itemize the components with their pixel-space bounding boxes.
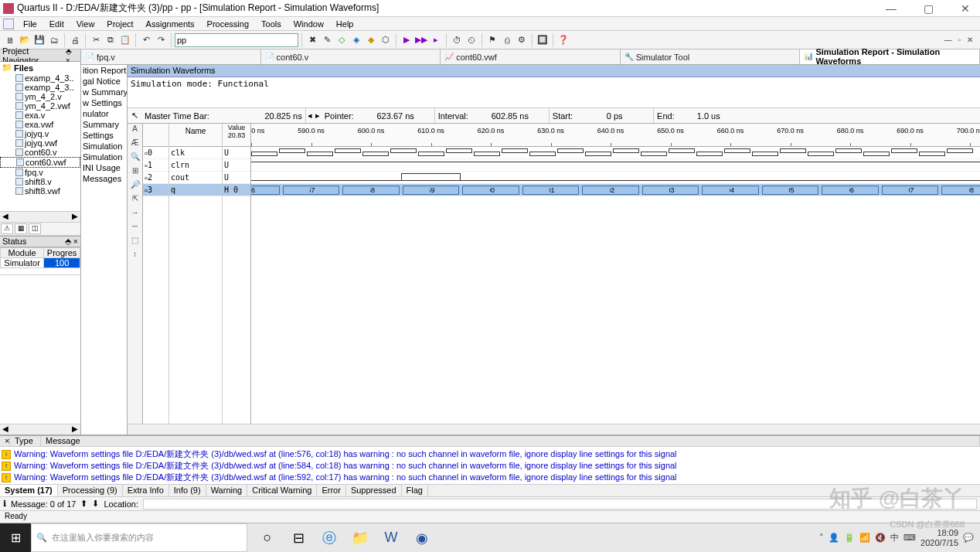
file-tree[interactable]: 📁Files examp_4_3..examp_4_3..ym_4_2.vym_… xyxy=(0,62,80,211)
menu-view[interactable]: View xyxy=(70,19,101,29)
menu-edit[interactable]: Edit xyxy=(43,19,70,29)
cut-icon[interactable]: ✂ xyxy=(89,33,103,47)
print2-icon[interactable]: ⎙ xyxy=(500,33,514,47)
menu-file[interactable]: File xyxy=(17,19,43,29)
tray-volume-icon[interactable]: 🔇 xyxy=(875,533,886,543)
nav-tab-1[interactable]: ⚠ xyxy=(1,223,13,234)
tray-ime-icon[interactable]: 中 xyxy=(890,532,899,543)
cortana-icon[interactable]: ○ xyxy=(254,526,281,550)
system-tray[interactable]: ˄ 👤 🔋 📶 🔇 中 ⌨ 18:092020/7/15 💬 xyxy=(813,528,980,547)
wave-tool-expand-icon[interactable]: → xyxy=(128,208,142,220)
report-item[interactable]: ition Report xyxy=(81,65,127,76)
message-line[interactable]: !Warning: Waveform settings file D:/EDA/… xyxy=(2,472,978,483)
undo-icon[interactable]: ↶ xyxy=(139,33,153,47)
paste-icon[interactable]: 📋 xyxy=(118,33,132,47)
tray-battery-icon[interactable]: 🔋 xyxy=(844,533,855,543)
document-tab[interactable]: 🔧Simulator Tool xyxy=(621,49,801,64)
waveform-canvas[interactable]: 580.0 ns590.0 ns600.0 ns610.0 ns620.0 ns… xyxy=(251,124,980,424)
step-icon[interactable]: ▸ xyxy=(429,33,443,47)
panel-pin-icon[interactable]: ⬘ xyxy=(66,47,72,56)
step-right-icon[interactable]: ▸ xyxy=(314,111,322,121)
edge-icon[interactable]: ⓔ xyxy=(315,526,343,550)
signal-name[interactable]: clk xyxy=(169,147,222,159)
message-tab[interactable]: Flag xyxy=(402,485,428,496)
new-icon[interactable]: 🗎 xyxy=(3,33,17,47)
left-hscroll[interactable]: ◀▶ xyxy=(0,424,80,434)
msg-down-icon[interactable]: ⬇ xyxy=(92,499,99,509)
signal-index[interactable]: ▫1 xyxy=(143,159,168,172)
cursor-icon[interactable]: ↖ xyxy=(128,111,141,121)
doc-restore-button[interactable]: ▫ xyxy=(955,36,963,44)
doc-close-button[interactable]: ✕ xyxy=(965,36,975,44)
tool-icon-2[interactable]: ✎ xyxy=(320,33,334,47)
gear-icon[interactable]: ⚙ xyxy=(515,33,529,47)
signal-name[interactable]: cout xyxy=(169,172,222,184)
report-item[interactable]: nulator xyxy=(81,108,127,119)
signal-name[interactable]: q xyxy=(169,184,222,196)
file-node[interactable]: jojyq.vwf xyxy=(0,138,80,148)
report-item[interactable]: Summary xyxy=(81,119,127,130)
maximize-button[interactable]: ▢ xyxy=(917,2,940,15)
wave-tool-zoom-icon[interactable]: Æ xyxy=(128,138,142,151)
taskbar-search[interactable]: 🔍 在这里输入你要搜索的内容 xyxy=(31,523,247,552)
file-node[interactable]: cont60.v xyxy=(0,148,80,157)
document-tab[interactable]: 📄cont60.v xyxy=(261,49,441,64)
report-item[interactable]: Simulation xyxy=(81,141,127,152)
close-button[interactable]: ✕ xyxy=(954,2,977,15)
menu-window[interactable]: Window xyxy=(288,19,330,29)
save-icon[interactable]: 💾 xyxy=(32,33,46,47)
run2-icon[interactable]: ▶▶ xyxy=(414,33,428,47)
report-item[interactable]: Messages xyxy=(81,173,127,184)
board-icon[interactable]: 🔲 xyxy=(536,33,550,47)
message-tab[interactable]: Critical Warning xyxy=(247,485,317,496)
file-node[interactable]: shift8.vwf xyxy=(0,186,80,196)
menu-assignments[interactable]: Assignments xyxy=(140,19,201,29)
copy-icon[interactable]: ⧉ xyxy=(104,33,117,47)
tree-hscroll[interactable]: ◀▶ xyxy=(0,211,80,222)
report-item[interactable]: Simulation xyxy=(81,152,127,162)
message-tab[interactable]: Error xyxy=(317,485,345,496)
minimize-button[interactable]: — xyxy=(880,2,903,15)
document-tab[interactable]: 📊Simulation Report - Simulation Waveform… xyxy=(800,49,980,64)
doc-minimize-button[interactable]: — xyxy=(941,36,954,44)
report-tree[interactable]: ition Reportgal Noticew Summaryw Setting… xyxy=(81,65,128,434)
msg-up-icon[interactable]: ⬆ xyxy=(80,499,87,509)
file-node[interactable]: cont60.vwf xyxy=(0,157,80,168)
timer2-icon[interactable]: ⏲ xyxy=(464,33,478,47)
saveall-icon[interactable]: 🗂 xyxy=(47,33,61,47)
location-field[interactable] xyxy=(143,499,977,509)
report-item[interactable]: Settings xyxy=(81,130,127,141)
file-node[interactable]: exa.v xyxy=(0,111,80,120)
tray-wifi-icon[interactable]: 📶 xyxy=(859,533,870,543)
file-node[interactable]: exa.vwf xyxy=(0,120,80,129)
wave-tool-zoomin-icon[interactable]: 🔍 xyxy=(128,152,142,165)
tool-icon-6[interactable]: ⬡ xyxy=(379,33,393,47)
report-item[interactable]: w Settings xyxy=(81,97,127,108)
waveform-hscroll[interactable] xyxy=(128,424,980,434)
file-node[interactable]: shift8.v xyxy=(0,177,80,186)
quartus-task-icon[interactable]: ◉ xyxy=(408,526,436,550)
tray-people-icon[interactable]: 👤 xyxy=(829,533,839,543)
flag-icon[interactable]: ⚑ xyxy=(485,33,499,47)
message-tab[interactable]: Warning xyxy=(206,485,248,496)
report-item[interactable]: w Summary xyxy=(81,87,127,97)
timer-icon[interactable]: ⏱ xyxy=(450,33,464,47)
wave-tool-group-icon[interactable]: ⬚ xyxy=(128,236,142,248)
message-tab[interactable]: Processing (9) xyxy=(58,485,123,496)
word-icon[interactable]: W xyxy=(377,526,405,550)
signal-index[interactable]: ▫3 xyxy=(143,184,168,196)
wave-tool-text-icon[interactable]: A xyxy=(128,124,142,137)
status-pin-icon[interactable]: ⬘ xyxy=(65,237,71,246)
print-icon[interactable]: 🖨 xyxy=(68,33,82,47)
tool-icon-5[interactable]: ◆ xyxy=(364,33,378,47)
menu-help[interactable]: Help xyxy=(330,19,360,29)
report-item[interactable]: gal Notice xyxy=(81,76,127,87)
menu-tools[interactable]: Tools xyxy=(255,19,288,29)
report-item[interactable]: INI Usage xyxy=(81,162,127,173)
file-node[interactable]: examp_4_3.. xyxy=(0,83,80,92)
start-button[interactable]: ⊞ xyxy=(0,523,31,552)
step-left-icon[interactable]: ◂ xyxy=(306,111,314,121)
message-line[interactable]: !Warning: Waveform settings file D:/EDA/… xyxy=(2,460,978,472)
wave-tool-zoomfull-icon[interactable]: ⊞ xyxy=(128,166,142,179)
tray-clock[interactable]: 18:092020/7/15 xyxy=(920,528,958,547)
